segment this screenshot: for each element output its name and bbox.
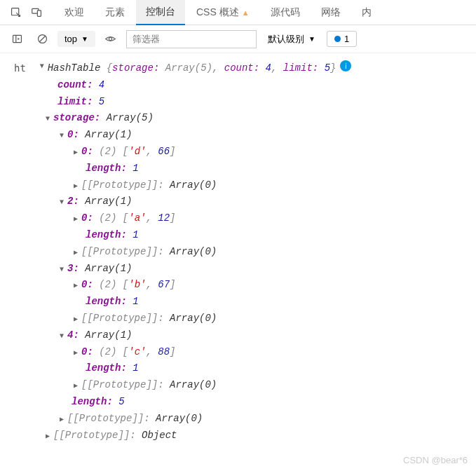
prop-length[interactable]: length: 1 [14, 161, 470, 177]
context-selector[interactable]: top▼ [57, 31, 95, 47]
filter-input[interactable] [126, 30, 257, 48]
expand-icon[interactable] [72, 213, 80, 225]
expand-icon[interactable] [43, 430, 52, 442]
tab-css-overview[interactable]: CSS 概述▲ [186, 1, 259, 25]
svg-line-6 [39, 36, 46, 42]
array-item[interactable]: 2: Array(1) [14, 193, 470, 210]
array-inner[interactable]: 0: (2) ['d', 66] [14, 144, 470, 161]
info-icon[interactable]: i [340, 60, 351, 71]
expand-icon[interactable] [72, 146, 80, 158]
svg-point-7 [109, 37, 112, 40]
prop-prototype[interactable]: [[Prototype]]: Array(0) [14, 244, 470, 261]
devtools-tabs: 欢迎 元素 控制台 CSS 概述▲ 源代码 网络 内 [0, 0, 476, 25]
tab-sources[interactable]: 源代码 [261, 1, 310, 25]
sidebar-toggle-icon[interactable] [7, 29, 27, 49]
prop-length[interactable]: length: 1 [14, 227, 470, 244]
prop-prototype[interactable]: [[Prototype]]: Array(0) [14, 310, 470, 327]
log-levels-selector[interactable]: 默认级别▼ [262, 30, 321, 48]
watermark: CSDN @bear*6 [403, 455, 468, 465]
expand-icon[interactable] [57, 264, 66, 275]
prop-prototype[interactable]: [[Prototype]]: Array(0) [14, 177, 470, 194]
tab-welcome[interactable]: 欢迎 [55, 1, 94, 25]
prop-prototype[interactable]: [[Prototype]]: Array(0) [14, 411, 470, 428]
expand-icon[interactable] [57, 414, 66, 425]
array-item[interactable]: 3: Array(1) [14, 261, 470, 278]
expand-icon[interactable] [57, 196, 66, 208]
array-item[interactable]: 0: Array(1) [14, 127, 470, 144]
tab-elements[interactable]: 元素 [95, 1, 135, 25]
array-inner[interactable]: 0: (2) ['a', 12] [14, 210, 470, 227]
expand-icon[interactable] [72, 347, 80, 359]
expand-icon[interactable] [38, 60, 46, 72]
expand-icon[interactable] [72, 380, 80, 392]
expand-icon[interactable] [43, 113, 52, 125]
expand-icon[interactable] [72, 313, 80, 325]
expand-icon[interactable] [72, 280, 80, 292]
expand-icon[interactable] [72, 247, 80, 259]
prop-length[interactable]: length: 1 [14, 360, 470, 377]
expand-icon[interactable] [72, 180, 80, 192]
tab-console[interactable]: 控制台 [136, 0, 185, 25]
prop-count[interactable]: count: 4 [14, 77, 470, 94]
info-dot-icon [334, 36, 341, 42]
expand-icon[interactable] [57, 330, 66, 342]
array-inner[interactable]: 0: (2) ['c', 88] [14, 344, 470, 361]
tab-internal[interactable]: 内 [352, 1, 381, 25]
log-entry[interactable]: ht HashTable {storage: Array(5), count: … [14, 60, 470, 77]
tab-network[interactable]: 网络 [311, 1, 351, 25]
prop-limit[interactable]: limit: 5 [14, 94, 470, 111]
console-output: ht HashTable {storage: Array(5), count: … [0, 53, 476, 451]
expand-icon[interactable] [57, 130, 66, 142]
prop-prototype[interactable]: [[Prototype]]: Object [14, 428, 470, 444]
inspect-icon[interactable] [6, 3, 25, 22]
prop-length[interactable]: length: 5 [14, 394, 470, 411]
prop-prototype[interactable]: [[Prototype]]: Array(0) [14, 377, 470, 394]
warning-icon: ▲ [242, 8, 250, 17]
prop-storage[interactable]: storage: Array(5) [14, 110, 470, 127]
device-toggle-icon[interactable] [27, 3, 46, 22]
svg-rect-3 [13, 35, 21, 42]
console-toolbar: top▼ 默认级别▼ 1 [0, 25, 476, 53]
prop-length[interactable]: length: 1 [14, 294, 470, 310]
issues-button[interactable]: 1 [327, 31, 357, 47]
array-item[interactable]: 4: Array(1) [14, 327, 470, 344]
array-inner[interactable]: 0: (2) ['b', 67] [14, 277, 470, 294]
live-expression-icon[interactable] [101, 29, 121, 49]
svg-rect-2 [37, 11, 41, 17]
clear-console-icon[interactable] [32, 29, 52, 49]
